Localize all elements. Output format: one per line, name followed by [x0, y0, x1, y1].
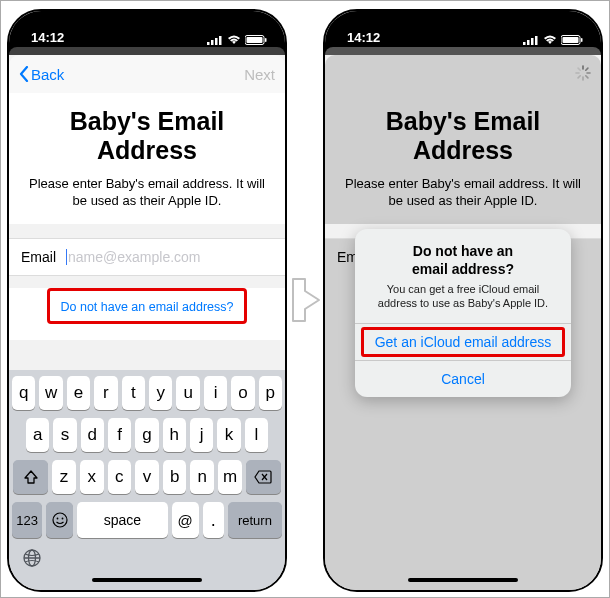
alert-title: Do not have anemail address? [369, 243, 557, 278]
key-k[interactable]: k [217, 418, 240, 452]
svg-rect-5 [247, 37, 263, 43]
delete-key[interactable] [246, 460, 281, 494]
email-input[interactable]: name@example.com [68, 249, 273, 265]
alert-dialog: Do not have anemail address? You can get… [355, 229, 571, 397]
nav-bar: Back Next [9, 55, 285, 93]
svg-rect-1 [211, 40, 214, 45]
get-icloud-email-button[interactable]: Get an iCloud email address [355, 323, 571, 360]
page-title: Baby's EmailAddress [23, 107, 271, 165]
flow-arrow-icon [291, 277, 321, 323]
key-b[interactable]: b [163, 460, 187, 494]
return-key[interactable]: return [228, 502, 282, 538]
status-time: 14:12 [31, 30, 64, 45]
key-y[interactable]: y [149, 376, 172, 410]
at-key[interactable]: @ [172, 502, 199, 538]
svg-point-9 [61, 518, 63, 520]
modal-overlay: Do not have anemail address? You can get… [325, 11, 601, 590]
no-email-link[interactable]: Do not have an email address? [60, 300, 233, 314]
status-icons [207, 35, 267, 45]
key-i[interactable]: i [204, 376, 227, 410]
key-g[interactable]: g [135, 418, 158, 452]
key-s[interactable]: s [53, 418, 76, 452]
shift-icon [23, 469, 39, 485]
cancel-button[interactable]: Cancel [355, 360, 571, 397]
backspace-icon [254, 470, 272, 484]
phone-screen-1: 14:12 Back Next Baby's EmailAddress Plea… [7, 9, 287, 592]
dot-key[interactable]: . [203, 502, 224, 538]
key-c[interactable]: c [108, 460, 132, 494]
chevron-left-icon [19, 66, 29, 82]
status-bar: 14:12 [9, 11, 285, 47]
shift-key[interactable] [13, 460, 48, 494]
text-caret [66, 249, 67, 265]
phone-screen-2: 14:12 Baby's EmailAddress Please enter B… [323, 9, 603, 592]
key-x[interactable]: x [80, 460, 104, 494]
key-l[interactable]: l [245, 418, 268, 452]
key-h[interactable]: h [163, 418, 186, 452]
key-q[interactable]: q [12, 376, 35, 410]
email-field-row[interactable]: Email name@example.com [9, 238, 285, 276]
key-j[interactable]: j [190, 418, 213, 452]
globe-key[interactable] [22, 548, 42, 572]
no-email-link-highlight: Do not have an email address? [47, 288, 247, 324]
key-d[interactable]: d [81, 418, 104, 452]
key-z[interactable]: z [52, 460, 76, 494]
svg-point-8 [56, 518, 58, 520]
signal-icon [207, 35, 223, 45]
key-e[interactable]: e [67, 376, 90, 410]
key-t[interactable]: t [122, 376, 145, 410]
globe-icon [22, 548, 42, 568]
svg-rect-0 [207, 42, 210, 45]
key-f[interactable]: f [108, 418, 131, 452]
wifi-icon [227, 35, 241, 45]
content-area: Baby's EmailAddress Please enter Baby's … [9, 93, 285, 224]
email-label: Email [21, 249, 56, 265]
emoji-icon [51, 511, 69, 529]
back-button[interactable]: Back [19, 66, 64, 83]
keyboard: qwertyuiop asdfghjkl zxcvbnm 123 space @… [9, 370, 285, 590]
svg-rect-2 [215, 38, 218, 45]
key-n[interactable]: n [190, 460, 214, 494]
key-a[interactable]: a [26, 418, 49, 452]
key-o[interactable]: o [231, 376, 254, 410]
key-u[interactable]: u [176, 376, 199, 410]
key-w[interactable]: w [39, 376, 62, 410]
battery-icon [245, 35, 267, 45]
svg-rect-6 [265, 38, 267, 42]
key-r[interactable]: r [94, 376, 117, 410]
back-label: Back [31, 66, 64, 83]
svg-point-7 [53, 513, 67, 527]
alert-message: You can get a free iCloud email address … [369, 282, 557, 311]
key-m[interactable]: m [218, 460, 242, 494]
next-button[interactable]: Next [244, 66, 275, 83]
key-p[interactable]: p [259, 376, 282, 410]
numbers-key[interactable]: 123 [12, 502, 42, 538]
page-subtitle: Please enter Baby's email address. It wi… [23, 175, 271, 210]
svg-rect-3 [219, 36, 222, 45]
space-key[interactable]: space [77, 502, 167, 538]
key-v[interactable]: v [135, 460, 159, 494]
home-indicator[interactable] [92, 578, 202, 582]
emoji-key[interactable] [46, 502, 73, 538]
